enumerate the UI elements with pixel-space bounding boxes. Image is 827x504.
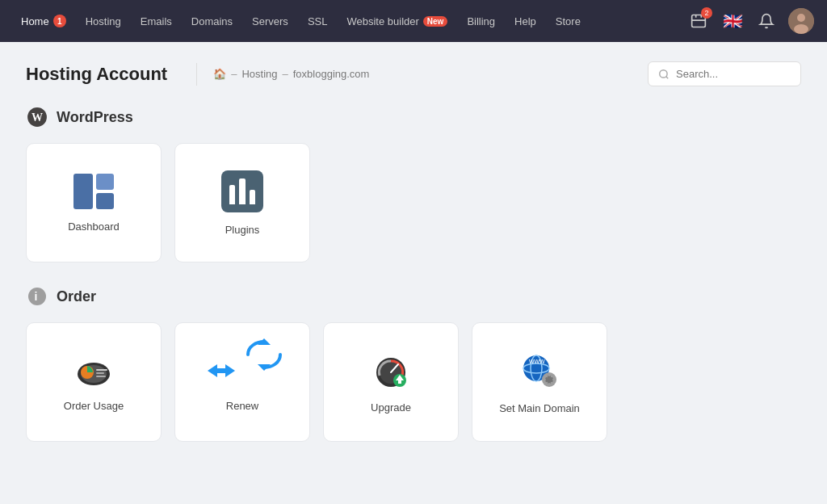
nav-help-label: Help	[514, 15, 536, 27]
nav-domains-label: Domains	[191, 15, 233, 27]
breadcrumb-sep1: –	[231, 68, 237, 80]
nav-website-builder-label: Website builder	[346, 15, 418, 27]
order-icon: i	[26, 285, 48, 308]
card-set-main-domain[interactable]: www Set Main Domain	[472, 322, 607, 442]
breadcrumb-home-icon[interactable]: 🏠	[213, 68, 226, 80]
svg-point-2	[797, 14, 805, 22]
nav-servers[interactable]: Servers	[244, 10, 296, 32]
dashboard-icon	[73, 174, 114, 209]
svg-text:i: i	[35, 290, 38, 303]
nav-store[interactable]: Store	[548, 10, 589, 32]
search-input[interactable]	[676, 68, 791, 80]
nav-emails-label: Emails	[141, 15, 172, 27]
breadcrumb-hosting-link[interactable]: Hosting	[241, 68, 277, 80]
cart-badge: 2	[701, 7, 712, 19]
nav-domains[interactable]: Domains	[183, 10, 241, 32]
wordpress-cards: Dashboard Plugins	[26, 143, 801, 262]
notifications-button[interactable]	[754, 9, 779, 33]
plugins-icon	[221, 170, 263, 212]
svg-rect-27	[398, 380, 401, 384]
svg-text:W: W	[31, 111, 43, 124]
svg-point-4	[660, 69, 667, 77]
svg-rect-37	[552, 379, 556, 380]
svg-rect-14	[96, 372, 104, 374]
nav-hosting-label: Hosting	[86, 15, 121, 27]
svg-rect-34	[548, 373, 550, 376]
renew-label: Renew	[226, 400, 258, 412]
order-section-title: Order	[57, 288, 96, 305]
search-icon	[658, 69, 670, 80]
header-divider	[196, 63, 197, 86]
main-content: Hosting Account 🏠 – Hosting – foxbloggin…	[0, 42, 827, 484]
card-order-usage[interactable]: Order Usage	[26, 322, 162, 442]
wordpress-icon: W	[26, 106, 48, 128]
card-upgrade[interactable]: Upgrade	[323, 322, 459, 442]
breadcrumb-domain-link[interactable]: foxblogging.com	[293, 68, 370, 80]
nav-hosting[interactable]: Hosting	[78, 10, 129, 32]
svg-line-5	[666, 76, 669, 78]
breadcrumb: 🏠 – Hosting – foxblogging.com	[213, 68, 369, 80]
cart-button[interactable]: 2	[686, 9, 711, 33]
wordpress-section-header: W WordPress	[26, 106, 801, 128]
svg-point-3	[794, 24, 808, 34]
nav-icons: 2 🇬🇧	[686, 8, 814, 34]
svg-marker-16	[208, 364, 217, 377]
page-header: Hosting Account 🏠 – Hosting – foxbloggin…	[26, 61, 801, 86]
card-renew[interactable]: Renew	[174, 322, 310, 442]
wordpress-section-title: WordPress	[57, 109, 133, 126]
order-section-header: i Order	[26, 285, 801, 308]
nav-servers-label: Servers	[252, 15, 288, 27]
set-main-domain-icon: www	[515, 351, 564, 391]
dashboard-label: Dashboard	[68, 220, 120, 233]
svg-rect-36	[543, 379, 546, 380]
nav-website-builder[interactable]: Website builder New	[338, 10, 455, 32]
svg-rect-13	[96, 369, 107, 371]
svg-rect-15	[96, 376, 106, 377]
nav-help[interactable]: Help	[506, 10, 544, 32]
website-builder-badge: New	[423, 16, 448, 27]
order-usage-label: Order Usage	[64, 400, 124, 412]
nav-ssl[interactable]: SSL	[300, 10, 336, 32]
order-cards: Order Usage	[26, 322, 801, 442]
nav-home[interactable]: Home 1	[13, 10, 74, 32]
upgrade-icon	[369, 351, 413, 390]
nav-billing[interactable]: Billing	[459, 10, 503, 32]
svg-text:www: www	[528, 357, 545, 365]
nav-billing-label: Billing	[467, 15, 495, 27]
svg-rect-35	[548, 383, 550, 386]
navbar: Home 1 Hosting Emails Domains Servers SS…	[0, 0, 827, 42]
nav-store-label: Store	[556, 15, 581, 27]
page-title: Hosting Account	[26, 64, 167, 85]
user-avatar[interactable]	[788, 8, 814, 34]
nav-emails[interactable]: Emails	[132, 10, 180, 32]
renew-icon	[199, 353, 285, 388]
card-plugins[interactable]: Plugins	[174, 143, 310, 262]
plugins-label: Plugins	[225, 224, 260, 236]
home-badge: 1	[53, 15, 66, 27]
breadcrumb-sep2: –	[283, 68, 288, 80]
nav-home-label: Home	[21, 15, 49, 27]
svg-marker-18	[225, 364, 235, 377]
nav-ssl-label: SSL	[308, 15, 328, 27]
svg-rect-19	[217, 368, 225, 373]
search-box	[648, 61, 801, 86]
order-usage-icon	[72, 353, 115, 388]
upgrade-label: Upgrade	[371, 401, 411, 414]
flag-icon: 🇬🇧	[723, 11, 743, 31]
set-main-domain-label: Set Main Domain	[499, 402, 580, 414]
card-dashboard[interactable]: Dashboard	[26, 143, 162, 262]
language-selector[interactable]: 🇬🇧	[720, 9, 745, 33]
